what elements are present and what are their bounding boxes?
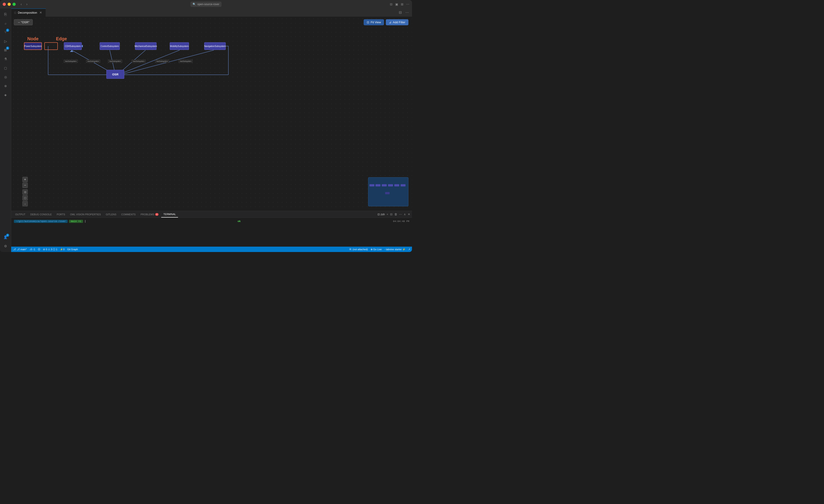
terminal-trash-icon[interactable]: 🗑 xyxy=(394,213,397,216)
tab-close-button[interactable]: ✕ xyxy=(39,10,42,15)
edge-label-has-subsystem-5: hasSubsystem xyxy=(155,60,169,62)
select-button[interactable]: ▢ xyxy=(22,195,28,201)
tab-decomposition[interactable]: □ Decomposition ✕ xyxy=(11,8,46,17)
node-navigation-subsystem[interactable]: NavigationSubsystem xyxy=(204,42,226,50)
node-power-subsystem[interactable]: PowerSubsystem xyxy=(24,42,42,50)
eye-icon: ◎ xyxy=(4,75,7,79)
sidebar-item-run[interactable]: ▷ xyxy=(2,37,10,45)
git-icon: ⊗ xyxy=(4,84,7,88)
terminal-close-icon[interactable]: ✕ xyxy=(408,213,410,216)
terminal-branch: main >1 xyxy=(69,220,83,223)
status-sync[interactable]: ↓0 ↑1 xyxy=(29,248,35,251)
sidebar-item-files[interactable]: ⎘ xyxy=(2,10,10,18)
sidebar-item-account[interactable]: 👤 2 xyxy=(2,233,10,241)
extensions-badge: 5 xyxy=(6,46,9,50)
terminal-tabs: OUTPUT DEBUG CONSOLE PORTS OML VISION PR… xyxy=(11,211,412,218)
status-right: R: (not attached) ⊕ Go Live ◦ tabnine st… xyxy=(349,248,410,251)
minimize-button[interactable] xyxy=(8,3,11,6)
status-go-live[interactable]: ⊕ Go Live xyxy=(371,248,382,251)
run-icon: ▷ xyxy=(4,39,7,43)
maximize-button[interactable] xyxy=(12,3,16,6)
fit-view-label: Fit View xyxy=(371,21,381,24)
node-mechanical-subsystem[interactable]: MechanicalSubsystem xyxy=(135,42,157,50)
edge-label-has-subsystem-4: hasSubsystem xyxy=(132,60,145,62)
back-button[interactable]: ‹ xyxy=(19,2,23,7)
minimap-node-4 xyxy=(388,184,393,186)
sidebar-item-flask[interactable]: ⚗ xyxy=(2,55,10,63)
terminal-path: ~/git/autonomica/open-source-rover xyxy=(14,220,68,223)
node-mobility-subsystem[interactable]: MobilitySubsystem xyxy=(170,42,189,50)
more-actions-icon[interactable]: ⋯ xyxy=(406,2,409,6)
tab-bar: □ Decomposition ✕ ⊟ ⋯ xyxy=(11,8,412,17)
status-tabnine[interactable]: ◦ tabnine starter ⚡ xyxy=(385,248,406,251)
sidebar-item-eye[interactable]: ◎ xyxy=(2,73,10,81)
sidebar-item-git[interactable]: ⊗ xyxy=(2,82,10,90)
customize-layout-icon[interactable]: ⊞ xyxy=(401,2,404,6)
more-tab-actions-icon[interactable]: ⋯ xyxy=(404,9,410,15)
tab-output[interactable]: OUTPUT xyxy=(13,211,27,218)
oml-icon: ◈ xyxy=(4,93,7,97)
tab-bar-actions: ⊟ ⋯ xyxy=(398,9,412,15)
sidebar-item-search[interactable]: ⌕ xyxy=(2,19,10,27)
edge-box[interactable] xyxy=(44,42,58,50)
editor-layout-icon[interactable]: ▣ xyxy=(395,2,398,6)
titlebar-search[interactable]: 🔍 open-source-rover xyxy=(190,2,221,7)
add-filter-label: Add Filter xyxy=(393,21,405,24)
zoom-extras: ⊡ ▢ ↓ xyxy=(22,190,28,206)
titlebar-search-text: open-source-rover xyxy=(197,3,219,6)
fit-view-button[interactable]: ⊡ Fit View xyxy=(364,19,384,25)
fit-canvas-button[interactable]: ⊡ xyxy=(22,190,28,195)
tab-debug-console[interactable]: DEBUG CONSOLE xyxy=(28,211,54,218)
node-cdh-subsystem[interactable]: CDHSubsystem xyxy=(64,42,82,50)
sidebar-item-settings[interactable]: ⚙ xyxy=(2,242,10,250)
terminal-time: 04:04:48 PM xyxy=(393,220,409,223)
status-branch[interactable]: ⎇ ⎇ main* xyxy=(13,248,27,251)
zoom-controls: + − ⊡ ▢ ↓ xyxy=(22,177,28,206)
status-errors[interactable]: ⊘ 0 ⚠ 3 ⓘ 1 xyxy=(43,248,57,251)
node-label: Node xyxy=(27,36,38,41)
sidebar-item-oml[interactable]: ◈ xyxy=(2,91,10,99)
terminal-split-icon[interactable]: ⊟ xyxy=(390,213,393,216)
sidebar-item-extensions[interactable]: ⊞ 5 xyxy=(2,46,10,54)
terminal-add-icon[interactable]: + xyxy=(387,213,388,216)
terminal-expand-icon[interactable]: ∧ xyxy=(404,213,406,216)
close-button[interactable] xyxy=(3,3,6,6)
status-bar: ⎇ ⎇ main* ↓0 ↑1 ⓪ ⊘ 0 ⚠ 3 ⓘ 1 ⚡0 Git Gra… xyxy=(11,247,412,252)
zoom-in-button[interactable]: + xyxy=(22,177,28,182)
download-button[interactable]: ↓ xyxy=(22,201,28,206)
osr-button[interactable]: → "OSR" xyxy=(14,19,33,25)
filter-icon: ⊿ xyxy=(389,21,391,24)
tab-gitlens[interactable]: GITLENS xyxy=(103,211,118,218)
edge-label-has-subsystem-1: hasSubsystem xyxy=(64,60,78,62)
diagram-canvas: → "OSR" ⊡ Fit View ⊿ Add Filter Node Edg… xyxy=(11,17,412,211)
tab-problems[interactable]: PROBLEMS 4 xyxy=(138,211,161,218)
tab-comments[interactable]: COMMENTS xyxy=(119,211,138,218)
tab-oml-vision[interactable]: OML VISION PROPERTIES xyxy=(68,211,103,218)
edge-label-has-subsystem-2: hasSubsystem xyxy=(86,60,100,62)
terminal-content: ~/git/autonomica/open-source-rover main … xyxy=(11,218,412,247)
add-filter-button[interactable]: ⊿ Add Filter xyxy=(386,19,408,25)
sidebar-item-source-control[interactable]: ⑂ 1 xyxy=(2,28,10,36)
split-editor-icon[interactable]: ⊟ xyxy=(390,2,393,6)
titlebar: ‹ › 🔍 open-source-rover ⊟ ▣ ⊞ ⋯ xyxy=(0,0,412,8)
node-control-subsystem[interactable]: ControlSubsystem xyxy=(100,42,120,50)
minimap-node-6 xyxy=(401,184,406,186)
status-remote[interactable]: ⓪ xyxy=(38,248,40,251)
status-no-live[interactable]: ⚡0 xyxy=(60,248,65,251)
source-control-badge: 1 xyxy=(6,29,9,32)
forward-button[interactable]: › xyxy=(25,2,29,7)
tab-terminal[interactable]: TERMINAL xyxy=(161,211,178,218)
zoom-out-button[interactable]: − xyxy=(22,182,28,188)
edge-label-has-subsystem-6: hasSubsystem xyxy=(179,60,193,62)
sidebar-item-monitor[interactable]: ▢ xyxy=(2,64,10,72)
tab-file-icon: □ xyxy=(14,11,16,14)
tab-ports[interactable]: PORTS xyxy=(55,211,68,218)
node-osr[interactable]: OSR xyxy=(106,70,124,79)
status-git-graph[interactable]: Git Graph xyxy=(67,248,78,251)
status-link-icon[interactable]: ↗ xyxy=(408,248,410,251)
status-r-not-attached[interactable]: R: (not attached) xyxy=(349,248,368,251)
editor-area: □ Decomposition ✕ ⊟ ⋯ → "OSR" ⊡ Fit View xyxy=(11,8,412,252)
terminal-shell-label: ⊡ zsh xyxy=(378,213,385,216)
terminal-more-icon[interactable]: ⋯ xyxy=(399,213,402,216)
split-editor-icon[interactable]: ⊟ xyxy=(398,9,403,15)
